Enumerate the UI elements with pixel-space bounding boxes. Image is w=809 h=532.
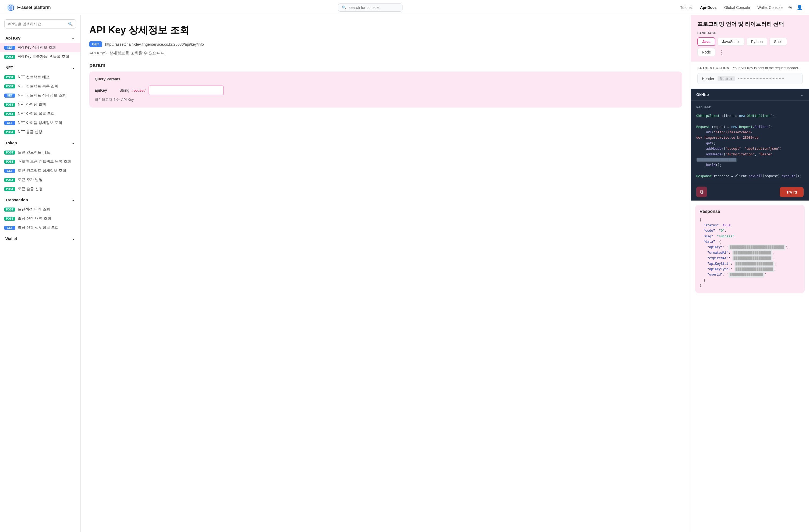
header: F-asset platform 🔍 Tutorial Api-Docs Glo… xyxy=(0,0,809,15)
search-input[interactable] xyxy=(349,5,398,10)
lang-tab-shell[interactable]: Shell xyxy=(770,38,787,46)
code-panel-title: OkHttp xyxy=(696,92,709,97)
sidebar-section-nft: NFT ⌄ POST NFT 컨트랙트 배포 POST NFT 컨트랙트 목록 … xyxy=(0,63,81,137)
lang-tab-node[interactable]: Node xyxy=(698,48,716,56)
badge-post-tok4: POST xyxy=(4,178,15,182)
api-method-badge: GET xyxy=(89,41,102,47)
sidebar-item-tx-withdraw-detail[interactable]: GET 출금 신청 상세정보 조회 xyxy=(0,223,81,232)
lang-banner-container: 프로그래밍 언어 및 라이브러리 선택 LANGUAGE Java JavaSc… xyxy=(691,15,809,61)
sidebar-item-token-list[interactable]: POST 배포한 토큰 컨트랙트 목록 조회 xyxy=(0,157,81,166)
code-actions: ⧉ Try It! xyxy=(691,183,809,200)
logo: F-asset platform xyxy=(6,3,60,12)
sidebar-item-nft-deploy[interactable]: POST NFT 컨트랙트 배포 xyxy=(0,73,81,82)
sidebar-section-token: Token ⌄ POST 토큰 컨트랙트 배포 POST 배포한 토큰 컨트랙트… xyxy=(0,138,81,194)
sidebar-item-token-withdraw[interactable]: POST 토큰 출금 신청 xyxy=(0,184,81,194)
code-panel: OkHttp ⌄ Request OkHttpClient client = n… xyxy=(691,89,809,200)
user-profile-button[interactable]: 👤 xyxy=(797,4,803,11)
sidebar-item-nft-detail[interactable]: GET NFT 컨트랙트 상세정보 조회 xyxy=(0,91,81,100)
badge-get-tx3: GET xyxy=(4,226,15,230)
lang-tab-java[interactable]: Java xyxy=(698,37,716,46)
right-panel: 프로그래밍 언어 및 라이브러리 선택 LANGUAGE Java JavaSc… xyxy=(691,15,809,532)
param-section-title: param xyxy=(89,62,682,68)
code-body: Request OkHttpClient client = new OkHttp… xyxy=(691,101,809,183)
sidebar-search-input[interactable] xyxy=(8,22,66,26)
sidebar-item-token-additional-mint[interactable]: POST 토큰 추가 발행 xyxy=(0,175,81,184)
copy-code-button[interactable]: ⧉ xyxy=(696,187,707,197)
param-section: param Query Params apiKey String require… xyxy=(89,62,682,108)
header-search-area: 🔍 xyxy=(60,3,680,12)
param-type-apikey: String xyxy=(119,88,130,92)
lang-tab-python[interactable]: Python xyxy=(746,38,768,46)
sidebar-item-apikey-detail-label: API Key 상세정보 조회 xyxy=(18,45,56,50)
badge-post-nft1: POST xyxy=(4,75,15,79)
param-input-apikey[interactable] xyxy=(149,86,224,95)
sidebar-section-apikey-header[interactable]: Api Key ⌄ xyxy=(0,33,81,43)
api-endpoint: GET http://fassetchain-dev.fingerservice… xyxy=(89,41,682,47)
sidebar-section-transaction: Transaction ⌄ POST 트랜잭션 내역 조회 POST 출금 신청… xyxy=(0,195,81,232)
sidebar-section-token-label: Token xyxy=(5,141,17,145)
badge-post-tx1: POST xyxy=(4,208,15,212)
sidebar-section-nft-label: NFT xyxy=(5,65,13,70)
try-it-button[interactable]: Try It! xyxy=(780,187,804,197)
response-json-content: { "status": true, "code": "0", "msg": "s… xyxy=(700,217,801,288)
sidebar-section-wallet-header[interactable]: Wallet ⌄ xyxy=(0,233,81,244)
chevron-down-icon-tx: ⌄ xyxy=(72,197,75,202)
api-title: API Key 상세정보 조회 xyxy=(89,24,682,37)
sidebar-section-nft-header[interactable]: NFT ⌄ xyxy=(0,63,81,73)
sidebar-item-nft-item-detail[interactable]: GET NFT 아이템 상세정보 조회 xyxy=(0,118,81,127)
sidebar-section-transaction-header[interactable]: Transaction ⌄ xyxy=(0,195,81,205)
theme-toggle-button[interactable]: ☀ xyxy=(788,4,792,11)
chevron-down-icon-nft: ⌄ xyxy=(72,65,75,70)
sidebar-item-nft-list[interactable]: POST NFT 컨트랙트 목록 조회 xyxy=(0,82,81,91)
lang-tabs: Java JavaScript Python Shell Node ⋮ xyxy=(698,37,803,56)
sidebar-section-apikey: Api Key ⌄ GET API Key 상세정보 조회 POST API K… xyxy=(0,33,81,61)
nav-global-console[interactable]: Global Console xyxy=(724,5,750,10)
param-required-apikey: required xyxy=(133,88,145,92)
response-title: Response xyxy=(700,209,801,214)
sidebar-item-apikey-ip[interactable]: POST API Key 호출가능 IP 목록 조회 xyxy=(0,52,81,61)
lang-tab-javascript[interactable]: JavaScript xyxy=(718,38,744,46)
api-endpoint-url: http://fassetchain-dev.fingerservice.co.… xyxy=(105,42,204,47)
search-bar[interactable]: 🔍 xyxy=(338,3,402,12)
response-json: { "status": true, "code": "0", "msg": "s… xyxy=(700,217,801,288)
nav-tutorial[interactable]: Tutorial xyxy=(680,5,692,10)
sidebar: 🔍 Api Key ⌄ GET API Key 상세정보 조회 POST API… xyxy=(0,15,81,532)
logo-icon xyxy=(6,3,15,12)
sidebar-item-nft-withdraw[interactable]: POST NFT 출금 신청 xyxy=(0,127,81,137)
code-content: OkHttpClient client = new OkHttpClient()… xyxy=(696,113,804,179)
auth-bearer-mask: •••••••••••••••••••••••••••••••• xyxy=(738,77,785,81)
sidebar-section-wallet-label: Wallet xyxy=(5,236,17,241)
auth-label: AUTHENTICATION xyxy=(698,66,729,70)
badge-post: POST xyxy=(4,55,15,59)
sidebar-item-tx-withdraw-history[interactable]: POST 출금 신청 내역 조회 xyxy=(0,214,81,223)
badge-post-nft2: POST xyxy=(4,84,15,88)
lang-more-button[interactable]: ⋮ xyxy=(718,49,725,55)
sidebar-item-token-deploy[interactable]: POST 토큰 컨트랙트 배포 xyxy=(0,148,81,157)
badge-post-tok1: POST xyxy=(4,150,15,155)
sidebar-item-tx-history[interactable]: POST 트랜잭션 내역 조회 xyxy=(0,205,81,214)
sidebar-item-token-detail[interactable]: GET 토큰 컨트랙트 상세정보 조회 xyxy=(0,166,81,175)
param-row-apikey: apiKey String required xyxy=(95,86,677,95)
sidebar-item-apikey-detail[interactable]: GET API Key 상세정보 조회 xyxy=(0,43,81,52)
sidebar-item-nft-item-list[interactable]: POST NFT 아이템 목록 조회 xyxy=(0,109,81,118)
query-params-box: Query Params apiKey String required 확인하고… xyxy=(89,71,682,108)
auth-row: AUTHENTICATION Your API Key is sent in t… xyxy=(698,66,803,70)
sidebar-section-apikey-label: Api Key xyxy=(5,36,20,40)
lang-banner-title: 프로그래밍 언어 및 라이브러리 선택 xyxy=(698,20,803,28)
logo-text: F-asset platform xyxy=(17,5,51,10)
auth-header-row: Header Bearer ••••••••••••••••••••••••••… xyxy=(698,73,803,84)
nav-api-docs[interactable]: Api-Docs xyxy=(700,5,717,10)
lang-select-banner: 프로그래밍 언어 및 라이브러리 선택 LANGUAGE Java JavaSc… xyxy=(691,15,809,61)
param-desc-apikey: 확인하고자 하는 API Key xyxy=(95,97,677,102)
header-nav: Tutorial Api-Docs Global Console Wallet … xyxy=(680,5,782,10)
sidebar-search[interactable]: 🔍 xyxy=(4,19,76,29)
nav-wallet-console[interactable]: Wallet Console xyxy=(757,5,782,10)
sidebar-section-token-header[interactable]: Token ⌄ xyxy=(0,138,81,148)
badge-post-tok2: POST xyxy=(4,160,15,164)
sidebar-item-nft-mint[interactable]: POST NFT 아이템 발행 xyxy=(0,100,81,109)
badge-get: GET xyxy=(4,46,15,50)
query-params-title: Query Params xyxy=(95,77,677,81)
sidebar-item-apikey-ip-label: API Key 호출가능 IP 목록 조회 xyxy=(18,54,69,59)
badge-post-nft4: POST xyxy=(4,103,15,107)
badge-get-tok3: GET xyxy=(4,169,15,173)
